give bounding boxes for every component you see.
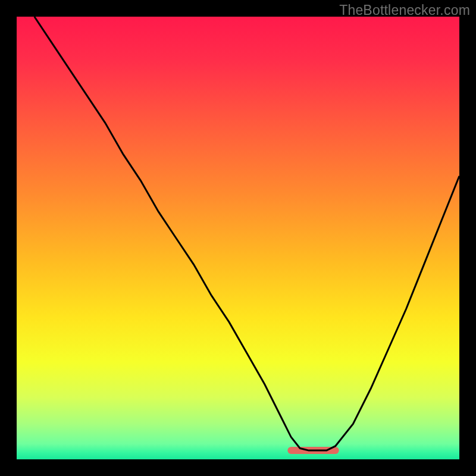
plot-area (17, 17, 459, 459)
chart-frame: TheBottlenecker.com (0, 0, 476, 476)
gradient-background (17, 17, 459, 459)
watermark-text: TheBottlenecker.com (339, 2, 470, 18)
chart-svg (17, 17, 459, 459)
